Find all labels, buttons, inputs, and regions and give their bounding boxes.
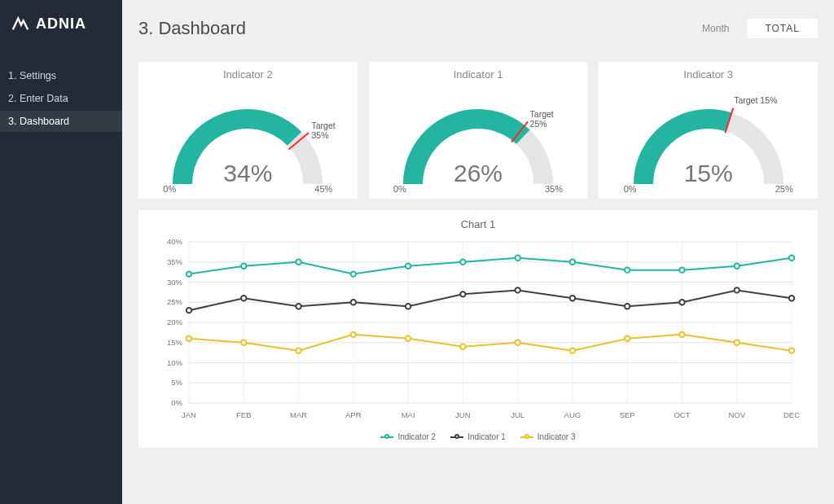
svg-point-76 [570, 348, 575, 353]
main: 3. Dashboard Month TOTAL Indicator 2 34%… [122, 0, 834, 504]
chart-card: Chart 1 0%5%10%15%20%25%30%35%40%JANFEBM… [138, 210, 818, 448]
svg-text:DEC: DEC [784, 410, 800, 419]
svg-text:20%: 20% [167, 318, 183, 327]
gauge-title: Indicator 2 [148, 68, 348, 81]
svg-text:AUG: AUG [564, 410, 582, 419]
nav-item-1[interactable]: 2. Enter Data [0, 88, 122, 109]
svg-text:0%: 0% [171, 398, 182, 407]
svg-point-59 [296, 304, 301, 309]
svg-point-61 [406, 304, 410, 309]
svg-text:MAR: MAR [290, 410, 307, 419]
svg-point-56 [789, 256, 794, 261]
gauge-max: 25% [775, 184, 793, 194]
gauge-card-1: Indicator 1 26% 0% 35% Target 25% [369, 62, 588, 199]
svg-point-53 [625, 267, 630, 272]
svg-point-58 [241, 296, 246, 300]
line-chart: 0%5%10%15%20%25%30%35%40%JANFEBMARAPRMAI… [156, 237, 800, 424]
gauge-target-label: Target 25% [530, 109, 568, 129]
svg-point-80 [789, 348, 794, 353]
svg-point-78 [679, 332, 684, 337]
gauge-card-0: Indicator 2 34% 0% 45% Target 35% [138, 62, 358, 199]
svg-point-71 [296, 348, 301, 353]
gauge-max: 45% [314, 184, 332, 194]
chart-legend: Indicator 2Indicator 1Indicator 3 [156, 432, 800, 441]
gauge-min: 0% [393, 184, 406, 194]
nav-item-2[interactable]: 3. Dashboard [0, 111, 122, 132]
svg-text:JAN: JAN [182, 410, 196, 419]
svg-text:25%: 25% [167, 297, 183, 306]
svg-point-55 [735, 264, 740, 269]
svg-text:JUN: JUN [455, 410, 471, 419]
gauge: 26% 0% 35% Target 25% [388, 84, 568, 194]
gauge-value: 15% [619, 160, 798, 187]
svg-point-50 [460, 260, 465, 265]
svg-text:NOV: NOV [728, 410, 745, 419]
svg-text:FEB: FEB [236, 410, 251, 419]
svg-point-49 [406, 264, 410, 269]
svg-text:30%: 30% [167, 278, 183, 287]
svg-text:OCT: OCT [674, 410, 690, 419]
svg-point-48 [351, 271, 356, 276]
svg-point-70 [241, 340, 246, 345]
nav: 1. Settings2. Enter Data3. Dashboard [0, 65, 122, 132]
legend-item: Indicator 1 [450, 432, 506, 441]
svg-point-46 [241, 264, 246, 269]
chart-title: Chart 1 [156, 218, 800, 230]
logo-icon [11, 15, 29, 33]
brand: ADNIA [0, 15, 122, 65]
svg-point-51 [515, 256, 520, 261]
svg-text:15%: 15% [167, 338, 183, 347]
svg-point-77 [625, 336, 630, 341]
svg-text:MAI: MAI [402, 410, 415, 419]
gauge-max: 35% [545, 184, 563, 194]
sidebar: ADNIA 1. Settings2. Enter Data3. Dashboa… [0, 0, 122, 504]
gauge-min: 0% [624, 184, 637, 194]
brand-text: ADNIA [36, 15, 86, 33]
svg-text:35%: 35% [167, 257, 183, 266]
svg-point-57 [187, 308, 191, 313]
toggle-total[interactable]: TOTAL [747, 19, 818, 38]
svg-point-65 [625, 304, 630, 309]
nav-item-0[interactable]: 1. Settings [0, 65, 122, 86]
gauge-value: 26% [388, 160, 568, 187]
svg-point-60 [351, 300, 356, 305]
svg-point-67 [735, 287, 740, 292]
svg-point-52 [570, 260, 575, 265]
svg-point-75 [515, 340, 520, 345]
svg-point-47 [296, 260, 301, 265]
svg-point-69 [187, 336, 191, 341]
svg-text:SEP: SEP [620, 410, 635, 419]
svg-point-63 [515, 287, 520, 292]
legend-item: Indicator 3 [520, 432, 576, 441]
toggle-month[interactable]: Month [684, 19, 747, 38]
svg-point-72 [351, 332, 356, 337]
svg-text:40%: 40% [167, 237, 183, 246]
gauge-target-label: Target 15% [734, 95, 777, 105]
svg-point-66 [679, 300, 684, 305]
page-title: 3. Dashboard [138, 18, 246, 39]
svg-text:APR: APR [345, 410, 362, 419]
svg-text:10%: 10% [167, 358, 183, 367]
svg-text:5%: 5% [171, 378, 182, 387]
svg-text:JUL: JUL [511, 410, 525, 419]
gauge-value: 34% [158, 160, 337, 187]
gauge-target-label: Target 35% [311, 121, 337, 140]
header: 3. Dashboard Month TOTAL [138, 0, 818, 57]
gauge: 34% 0% 45% Target 35% [158, 84, 337, 194]
gauge-title: Indicator 1 [379, 68, 578, 81]
svg-point-74 [460, 344, 465, 349]
gauges-row: Indicator 2 34% 0% 45% Target 35% Indica… [138, 62, 818, 199]
svg-point-54 [679, 267, 684, 272]
svg-point-45 [187, 271, 191, 276]
svg-point-79 [735, 340, 740, 345]
svg-point-64 [570, 296, 575, 300]
gauge-min: 0% [163, 184, 176, 194]
period-toggle: Month TOTAL [684, 19, 818, 38]
svg-point-68 [789, 296, 794, 300]
gauge: 15% 0% 25% Target 15% [619, 84, 798, 194]
svg-point-62 [460, 291, 465, 296]
gauge-card-2: Indicator 3 15% 0% 25% Target 15% [599, 62, 818, 199]
svg-point-73 [406, 336, 410, 341]
gauge-title: Indicator 3 [608, 68, 808, 81]
legend-item: Indicator 2 [380, 432, 436, 441]
